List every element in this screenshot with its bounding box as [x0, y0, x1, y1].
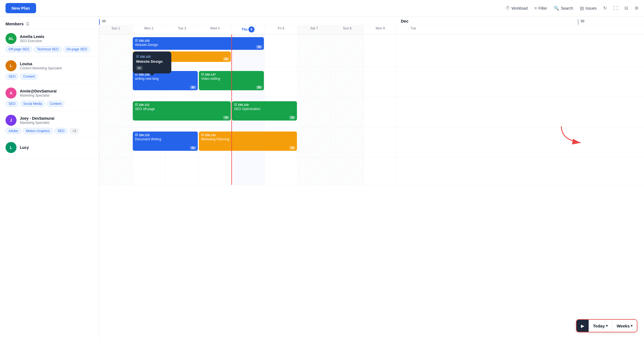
day-tue: Tue	[397, 25, 430, 34]
bg-sun8	[331, 127, 364, 157]
bg-sat7	[297, 97, 331, 127]
filter-icon: ≡	[534, 6, 537, 11]
task-hours: 8h	[190, 86, 196, 89]
day-mon2: Mon 2	[132, 25, 165, 34]
task-dm156[interactable]: ☑ DM-156 writing new blog 8h	[133, 71, 198, 90]
popup-id: ☑ DM-165	[136, 55, 168, 58]
task-dm145[interactable]: ☑ DM-145 Marketing Planning 7h	[199, 132, 297, 151]
task-id: ☑ DM-155	[135, 133, 196, 137]
nav-prev-button[interactable]: ▶	[577, 320, 589, 332]
issues-button[interactable]: ▤ Issues	[580, 6, 597, 11]
topbar: New Plan ⏱ Workload ≡ Filter 🔍 Search ▤ …	[0, 0, 644, 17]
bg-thu5	[231, 158, 264, 185]
tag-onpage-seo[interactable]: On-page SEO	[63, 46, 90, 52]
gantt-panel[interactable]: 49 Dec 50 Sun 1 Mon 2 Tue 3 Wed 4 Thu 5 …	[99, 17, 644, 339]
bg-mon9	[364, 97, 397, 127]
gantt-row-amelia: ☑ DM-165 Website Design 4h ☑ DM-137 Soci…	[99, 34, 644, 67]
gantt-header: 49 Dec 50 Sun 1 Mon 2 Tue 3 Wed 4 Thu 5 …	[99, 17, 644, 34]
filter-button[interactable]: ≡ Filter	[534, 6, 547, 11]
main-layout: Members ☰ AL Amelia Lewis SEO Executive …	[0, 17, 644, 339]
member-role: Marketing Specialist	[20, 121, 54, 125]
weeks-button[interactable]: Weeks ▾	[612, 320, 637, 332]
task-dm160[interactable]: ☑ DM-160 SEO Optimization 7h	[232, 101, 297, 121]
weeks-dropdown-icon[interactable]: ▾	[631, 324, 632, 328]
tag-seo[interactable]: SEO	[6, 73, 18, 80]
member-amelia: AL Amelia Lewis SEO Executive Off-page S…	[0, 29, 99, 56]
bg-sun1	[99, 34, 132, 67]
week-49-label: 49	[102, 19, 105, 23]
today-label: Today	[593, 324, 605, 328]
settings-button[interactable]: ⚙	[635, 6, 638, 11]
bg-sat7	[297, 158, 331, 185]
tag-seo[interactable]: SEO	[6, 101, 18, 107]
popup-arrow	[150, 73, 154, 76]
member-annie: A Annie@DevSamurai Marketing Specialist …	[0, 84, 99, 111]
today-button[interactable]: Today ▾	[589, 320, 612, 332]
task-id: ☑ DM-165	[135, 39, 262, 42]
avatar-louisa: L	[6, 60, 17, 71]
member-role: Marketing Specialist	[20, 94, 56, 97]
task-hours: 8h	[256, 86, 262, 89]
day-wed4: Wed 4	[198, 25, 231, 34]
today-line	[231, 127, 232, 157]
bg-tue	[397, 34, 430, 67]
tag-offpage-seo[interactable]: Off-page SEO	[6, 46, 32, 52]
bottom-controls: ▶ Today ▾ Weeks ▾	[576, 319, 637, 332]
tag-content[interactable]: Content	[47, 101, 64, 107]
workload-button[interactable]: ⏱ Workload	[505, 6, 528, 11]
members-header: Members ☰	[0, 17, 99, 29]
member-name: Joey - DevSamurai	[20, 116, 54, 121]
fullscreen-button[interactable]: ⛶	[613, 6, 618, 11]
tag-content[interactable]: Content	[20, 73, 38, 80]
member-info: J Joey - DevSamurai Marketing Specialist	[6, 115, 93, 126]
bg-tue3	[165, 158, 198, 185]
bg-mon9	[364, 158, 397, 185]
avatar-amelia: AL	[6, 33, 17, 44]
tag-technical-seo[interactable]: Technical SEO	[34, 46, 62, 52]
week-50-label: 50	[581, 19, 584, 23]
task-title: writing new blog	[135, 77, 196, 81]
issues-icon: ▤	[580, 6, 584, 11]
search-icon: 🔍	[554, 6, 559, 11]
search-button[interactable]: 🔍 Search	[554, 6, 573, 11]
bg-sun1	[99, 97, 132, 127]
task-popup: ☑ DM-165 Website Design 8h	[133, 51, 171, 73]
tag-adobe[interactable]: Adobe	[6, 128, 21, 134]
task-dm151[interactable]: ☑ DM-151 SEO off-page 7h	[133, 101, 231, 121]
tag-seo[interactable]: SEO	[55, 128, 67, 134]
member-info: A Annie@DevSamurai Marketing Specialist	[6, 88, 93, 99]
member-name: Amelia Lewis	[20, 34, 44, 39]
refresh-button[interactable]: ↻	[603, 6, 607, 11]
days-row: Sun 1 Mon 2 Tue 3 Wed 4 Thu 5 Fri 6 Sat …	[99, 25, 644, 34]
task-dm155[interactable]: ☑ DM-155 Document Writing 6h	[133, 132, 198, 151]
task-dm165-row0[interactable]: ☑ DM-165 Website Design 4h	[133, 37, 264, 50]
member-role: Content Marketing Specialist	[20, 66, 62, 70]
tag-social-media[interactable]: Social Media	[20, 101, 45, 107]
member-info: AL Amelia Lewis SEO Executive	[6, 33, 93, 44]
task-id: ☑ DM-145	[201, 133, 295, 137]
week-50: 50	[578, 19, 644, 25]
bg-fri6	[264, 158, 297, 185]
topbar-actions: ⏱ Workload ≡ Filter 🔍 Search ▤ Issues ↻ …	[505, 6, 638, 11]
member-role: SEO Executive	[20, 39, 44, 43]
popup-title: Website Design	[136, 59, 168, 64]
day-mon9: Mon 9	[364, 25, 397, 34]
gantt-row-annie: ☑ DM-151 SEO off-page 7h ☑ DM-160 SEO Op…	[99, 97, 644, 127]
bg-sun8	[331, 97, 364, 127]
day-sat7: Sat 7	[297, 25, 331, 34]
today-line	[231, 97, 232, 127]
sliders-button[interactable]: ⊟	[624, 6, 628, 11]
week-49: 49	[99, 19, 231, 25]
task-title: Marketing Planning	[201, 137, 295, 141]
new-plan-button[interactable]: New Plan	[6, 3, 36, 13]
today-dropdown-icon[interactable]: ▾	[606, 324, 608, 328]
bg-tue	[397, 97, 430, 127]
member-tags: SEO Social Media Content	[6, 101, 93, 107]
bg-mon9	[364, 127, 397, 157]
tag-more[interactable]: +3	[69, 128, 79, 134]
members-filter-icon[interactable]: ☰	[26, 22, 29, 26]
tag-motion-graphics[interactable]: Motion Graphics	[23, 128, 53, 134]
bg-fri6	[264, 67, 297, 97]
members-label: Members	[6, 21, 24, 26]
gantt-row-louisa: ☑ DM-156 writing new blog 8h ☑ DM-147 Vi…	[99, 67, 644, 97]
